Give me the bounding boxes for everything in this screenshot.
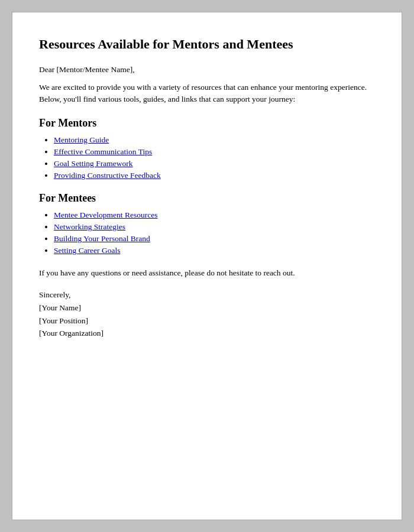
list-item: Setting Career Goals [54,246,375,255]
list-item: Providing Constructive Feedback [54,171,375,180]
signature-name: [Your Name] [39,301,375,314]
list-item: Goal Setting Framework [54,159,375,168]
page-container: Resources Available for Mentors and Ment… [12,12,402,520]
mentors-section-heading: For Mentors [39,117,375,129]
salutation: Dear [Mentor/Mentee Name], [39,65,375,74]
personal-brand-link[interactable]: Building Your Personal Brand [54,234,150,243]
closing-paragraph: If you have any questions or need assist… [39,267,375,279]
networking-strategies-link[interactable]: Networking Strategies [54,222,125,231]
goal-setting-link[interactable]: Goal Setting Framework [54,159,132,168]
mentors-list: Mentoring Guide Effective Communication … [54,135,375,180]
constructive-feedback-link[interactable]: Providing Constructive Feedback [54,171,161,180]
effective-communication-link[interactable]: Effective Communication Tips [54,147,152,156]
intro-paragraph: We are excited to provide you with a var… [39,82,375,106]
list-item: Effective Communication Tips [54,147,375,157]
list-item: Mentee Development Resources [54,210,375,220]
mentees-section-heading: For Mentees [39,192,375,205]
mentees-list: Mentee Development Resources Networking … [54,210,375,255]
list-item: Mentoring Guide [54,135,375,145]
signature-block: Sincerely, [Your Name] [Your Position] [… [39,288,375,339]
signature-organization: [Your Organization] [39,327,375,340]
mentoring-guide-link[interactable]: Mentoring Guide [54,135,109,144]
signature-position: [Your Position] [39,314,375,327]
signature-closing: Sincerely, [39,288,375,301]
list-item: Building Your Personal Brand [54,234,375,244]
list-item: Networking Strategies [54,222,375,232]
page-title: Resources Available for Mentors and Ment… [39,36,375,53]
mentee-development-link[interactable]: Mentee Development Resources [54,210,157,219]
setting-career-goals-link[interactable]: Setting Career Goals [54,246,120,255]
